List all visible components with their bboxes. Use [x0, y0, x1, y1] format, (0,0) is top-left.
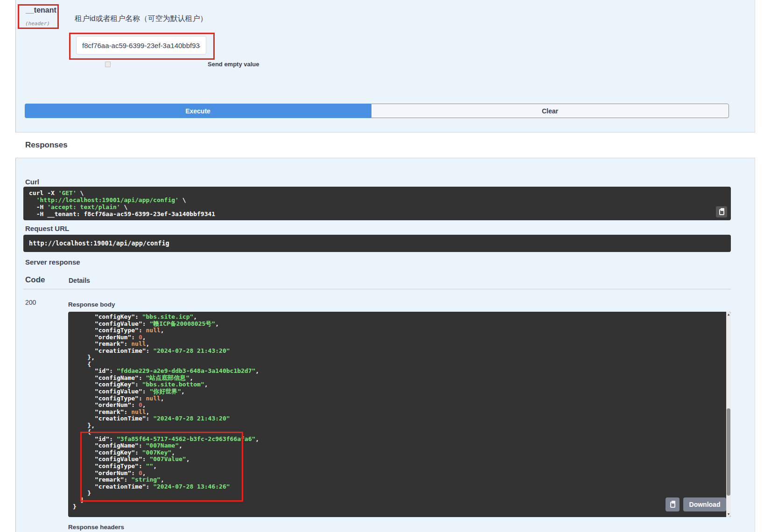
execute-button[interactable]: Execute: [25, 104, 371, 118]
curl-label: Curl: [25, 178, 39, 186]
response-body-code-block: "configKey": "bbs.site.icp", "configValu…: [68, 312, 731, 517]
curl-code-block: curl -X 'GET' \ 'http://localhost:19001/…: [23, 187, 731, 220]
responses-section-header: Responses: [15, 132, 755, 158]
table-divider: [23, 289, 731, 289]
request-url-block: http://localhost:19001/api/app/config: [23, 235, 731, 252]
tenant-value-input[interactable]: [76, 36, 206, 55]
status-code: 200: [25, 299, 36, 306]
copy-response-button[interactable]: [666, 497, 680, 511]
parameter-description: 租户id或者租户名称（可空为默认租户）: [75, 14, 207, 24]
clipboard-icon: [719, 209, 724, 215]
response-body-scrollbar[interactable]: ▲ ▼: [726, 312, 731, 517]
code-column-header: Code: [25, 275, 45, 285]
parameter-location: (header): [25, 21, 50, 27]
copy-curl-button[interactable]: [716, 206, 727, 217]
clear-button[interactable]: Clear: [371, 104, 729, 118]
swagger-ui-page: __tenant (header) 租户id或者租户名称（可空为默认租户） Se…: [0, 0, 778, 532]
scrollbar-thumb[interactable]: [727, 408, 730, 496]
details-column-header: Details: [69, 277, 90, 284]
send-empty-value-label: Send empty value: [208, 61, 259, 68]
triangle-up-icon[interactable]: ▲: [726, 312, 731, 317]
response-body-json-text: "configKey": "bbs.site.icp", "configValu…: [73, 314, 726, 511]
parameter-name: __tenant: [26, 6, 56, 14]
send-empty-value-checkbox[interactable]: [105, 62, 111, 67]
server-response-label: Server response: [25, 258, 80, 266]
curl-command-text: curl -X 'GET' \ 'http://localhost:19001/…: [29, 189, 725, 217]
request-url-value: http://localhost:19001/api/app/config: [29, 239, 725, 247]
triangle-down-icon[interactable]: ▼: [726, 511, 731, 517]
request-url-label: Request URL: [25, 224, 69, 232]
response-body-label: Response body: [68, 301, 115, 308]
download-button[interactable]: Download: [683, 497, 726, 511]
clipboard-icon: [670, 502, 675, 508]
responses-title: Responses: [25, 140, 68, 150]
response-headers-label: Response headers: [68, 524, 124, 531]
